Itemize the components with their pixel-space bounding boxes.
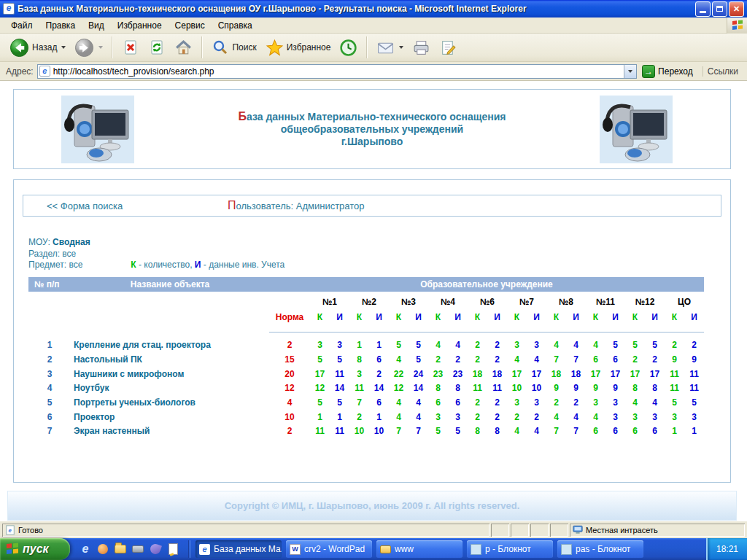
quantity-value: 3 (586, 397, 605, 408)
menu-items: ФайлПравкаВидИзбранноеСервисСправка (4, 18, 259, 33)
inventory-value: 3 (448, 412, 468, 422)
quantity-value: 17 (507, 369, 527, 379)
quantity-value: 2 (468, 354, 487, 365)
quantity-value: 3 (349, 369, 369, 379)
menu-item[interactable]: Избранное (111, 18, 169, 33)
taskbar-task-button[interactable]: p - Блокнот (467, 540, 553, 558)
inventory-value: 6 (605, 354, 625, 365)
inventory-value: 2 (448, 354, 468, 365)
inventory-value: 6 (369, 354, 389, 365)
quick-launch-media-icon[interactable] (96, 542, 109, 556)
start-button[interactable]: пуск (0, 538, 70, 560)
k-col-header: К (349, 312, 369, 322)
inventory-value: 1 (369, 412, 389, 422)
norm-header-row: Норма КИКИКИКИКИКИКИКИКИКИ (28, 310, 704, 324)
favorites-button[interactable]: Избранное (262, 37, 335, 58)
minimize-button[interactable] (695, 1, 711, 17)
norm-label: Норма (269, 312, 310, 322)
stop-button[interactable] (118, 37, 143, 58)
school-header-row: №1№2№3№4№6№7№8№11№12ЦО (28, 292, 704, 310)
inventory-value: 4 (448, 340, 468, 350)
task-buttons: eБаза данных Ма...Wcrv2 - WordPadwwwp - … (193, 540, 646, 558)
table-header-band: № п/п Название объекта Образовательное у… (28, 277, 704, 292)
search-button[interactable]: Поиск (208, 37, 260, 58)
taskbar-task-button[interactable]: pas - Блокнот (557, 540, 643, 558)
inventory-value: 2 (487, 340, 507, 350)
quantity-value: 4 (586, 412, 605, 422)
col-name-header: Название объекта (71, 279, 269, 289)
history-button[interactable] (336, 37, 361, 58)
quantity-value: 9 (546, 383, 566, 393)
quantity-value: 5 (389, 340, 409, 350)
start-label: пуск (23, 542, 49, 556)
links-label[interactable]: Ссылки (703, 66, 744, 77)
home-button[interactable] (171, 37, 196, 58)
go-button[interactable]: → Переход (640, 64, 697, 79)
svg-text:e: e (8, 526, 12, 533)
quantity-value: 4 (586, 340, 605, 350)
taskbar-task-button[interactable]: eБаза данных Ма... (196, 540, 282, 558)
task-label: База данных Ма... (214, 544, 282, 554)
print-icon (412, 39, 430, 57)
inventory-value: 2 (566, 397, 586, 408)
quick-launch-messenger-icon[interactable] (149, 542, 162, 556)
inventory-value: 6 (448, 397, 468, 408)
edit-button[interactable] (436, 37, 461, 58)
quantity-value: 4 (389, 354, 409, 365)
school-col-header: ЦО (665, 297, 704, 307)
status-text: Готово (18, 526, 43, 534)
menu-item[interactable]: Справка (212, 18, 259, 33)
k-col-header: К (468, 312, 487, 322)
refresh-button[interactable] (144, 37, 169, 58)
quantity-value: 17 (310, 369, 330, 379)
object-name: Настольный ПК (71, 354, 269, 365)
quantity-value: 7 (389, 426, 409, 436)
menu-item[interactable]: Правка (39, 18, 82, 33)
school-col-header: №8 (546, 297, 586, 307)
legend: К - количество, И - данные инв. Учета (131, 260, 285, 270)
inventory-value: 7 (409, 426, 428, 436)
quantity-value: 4 (507, 354, 527, 365)
back-to-search-link[interactable]: << Форма поиска (47, 201, 123, 211)
i-col-header: И (527, 312, 546, 322)
quantity-value: 8 (428, 383, 448, 393)
mail-button[interactable] (373, 37, 407, 58)
inventory-value: 17 (645, 369, 665, 379)
quick-launch-folder-icon[interactable] (114, 542, 127, 556)
menu-item[interactable]: Вид (82, 18, 111, 33)
quantity-value: 2 (468, 340, 487, 350)
inventory-value: 3 (527, 397, 546, 408)
quantity-value: 2 (507, 412, 527, 422)
object-name: Наушники с микрофоном (71, 369, 269, 379)
menu-item[interactable]: Файл (4, 18, 39, 33)
taskbar-task-button[interactable]: www (376, 540, 462, 558)
quantity-value: 8 (349, 354, 369, 365)
close-button[interactable]: ✕ (729, 1, 744, 17)
inventory-value: 5 (330, 354, 349, 365)
page-footer: Copyright © ИМЦ, г. Шарыпово, июнь 2009 … (7, 491, 737, 521)
quantity-value: 3 (507, 340, 527, 350)
address-bar: Адрес: e → Переход Ссылки (0, 62, 747, 81)
back-button[interactable]: Назад (6, 36, 69, 59)
i-col-header: И (409, 312, 428, 322)
address-dropdown-button[interactable] (624, 65, 636, 78)
quick-launch-drive-icon[interactable] (131, 542, 144, 556)
restore-button[interactable] (712, 1, 727, 17)
quantity-value: 12 (310, 383, 330, 393)
taskbar-task-button[interactable]: Wcrv2 - WordPad (286, 540, 372, 558)
inventory-value: 8 (487, 426, 507, 436)
refresh-icon (148, 39, 166, 56)
quantity-value: 18 (546, 369, 566, 379)
print-button[interactable] (409, 37, 434, 58)
row-number: 6 (28, 412, 71, 422)
inventory-value: 18 (487, 369, 507, 379)
forward-button[interactable] (71, 36, 107, 59)
back-icon (9, 38, 29, 58)
quick-launch-editor-icon[interactable] (166, 542, 179, 556)
search-icon (212, 39, 229, 56)
task-label: pas - Блокнот (576, 544, 630, 554)
address-input[interactable] (53, 66, 624, 77)
inventory-value: 5 (409, 354, 428, 365)
quick-launch-ie-icon[interactable]: e (79, 542, 92, 556)
menu-item[interactable]: Сервис (169, 18, 212, 33)
